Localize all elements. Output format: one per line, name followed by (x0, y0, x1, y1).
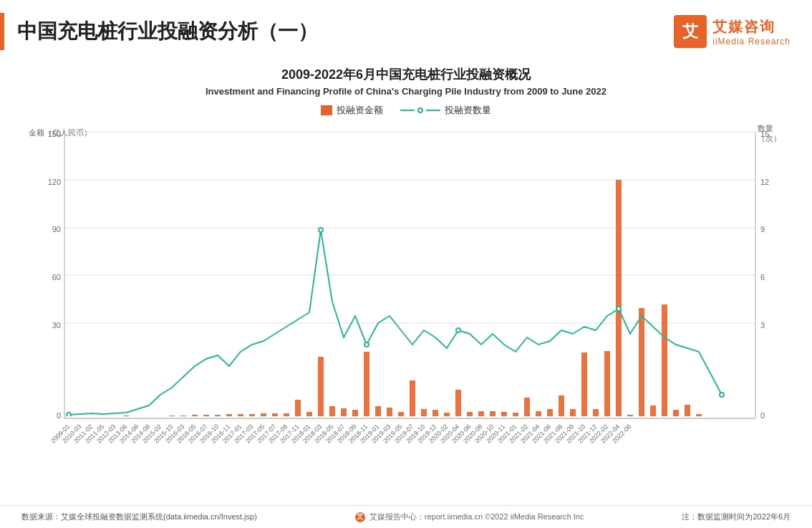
svg-rect-49 (364, 352, 369, 418)
main-chart: 150 120 90 60 30 0 金额（亿人民币） 15 12 9 6 3 … (21, 123, 791, 474)
svg-rect-36 (215, 415, 221, 418)
svg-rect-51 (387, 408, 392, 418)
legend-line-icon (400, 107, 440, 113)
svg-rect-67 (570, 409, 576, 418)
svg-rect-39 (249, 414, 255, 418)
svg-rect-44 (306, 412, 312, 418)
svg-rect-71 (616, 180, 622, 418)
footer-logo-icon: 艾 (355, 512, 365, 522)
svg-rect-28 (123, 416, 129, 418)
svg-rect-74 (650, 405, 656, 418)
svg-rect-35 (203, 415, 209, 418)
header-accent (0, 13, 4, 50)
svg-rect-34 (192, 415, 198, 418)
svg-rect-58 (467, 412, 473, 418)
legend-line-item: 投融资数量 (400, 104, 491, 117)
svg-rect-62 (513, 413, 518, 418)
svg-rect-32 (169, 416, 175, 418)
svg-point-80 (67, 413, 71, 417)
svg-rect-68 (581, 352, 587, 418)
svg-rect-50 (375, 406, 381, 418)
chart-legend: 投融资金额 投融资数量 (21, 104, 791, 117)
svg-text:120: 120 (48, 178, 61, 186)
svg-rect-26 (100, 416, 106, 418)
svg-rect-37 (226, 414, 232, 418)
svg-text:0: 0 (57, 411, 61, 420)
svg-rect-47 (341, 408, 347, 418)
svg-rect-78 (696, 414, 702, 418)
legend-bar-label: 投融资金额 (337, 104, 383, 117)
svg-rect-77 (685, 405, 690, 418)
svg-text:30: 30 (52, 321, 61, 330)
legend-line-dot (417, 107, 423, 113)
svg-rect-54 (421, 409, 427, 418)
svg-rect-56 (444, 413, 450, 418)
svg-rect-64 (536, 411, 541, 418)
chart-wrapper: 150 120 90 60 30 0 金额（亿人民币） 15 12 9 6 3 … (21, 123, 791, 474)
svg-rect-0 (64, 130, 752, 416)
page-container: 中国充电桩行业投融资分析（一） 艾 艾媒咨询 iiMedia Research … (0, 0, 812, 528)
svg-text:金额（亿人民币）: 金额（亿人民币） (29, 128, 92, 137)
svg-rect-63 (524, 398, 530, 418)
svg-rect-66 (559, 395, 564, 418)
svg-rect-41 (272, 413, 278, 418)
footer-center-text: 艾媒报告中心：report.iimedia.cn ©2022 iiMedia R… (369, 512, 584, 522)
svg-rect-75 (662, 304, 667, 418)
svg-text:0: 0 (760, 411, 765, 420)
svg-rect-65 (547, 409, 553, 418)
bar-chart (66, 180, 713, 418)
chart-section: 2009-2022年6月中国充电桩行业投融资概况 Investment and … (0, 59, 812, 474)
footer-source: 数据来源：艾媒全球投融资数据监测系统(data.iimedia.cn/Inves… (21, 512, 257, 522)
svg-rect-45 (318, 357, 324, 418)
svg-point-81 (319, 228, 323, 232)
logo-area: 艾 艾媒咨询 iiMedia Research (674, 15, 791, 48)
chart-title-en: Investment and Financing Profile of Chin… (21, 86, 791, 97)
header: 中国充电桩行业投融资分析（一） 艾 艾媒咨询 iiMedia Research (0, 0, 812, 59)
line-chart (69, 230, 722, 415)
svg-rect-73 (639, 308, 644, 418)
page-title: 中国充电桩行业投融资分析（一） (17, 18, 674, 45)
logo-icon-text: 艾 (682, 21, 698, 42)
logo-cn: 艾媒咨询 (712, 17, 791, 37)
svg-rect-25 (89, 416, 95, 418)
svg-text:6: 6 (760, 273, 765, 282)
svg-rect-43 (295, 400, 301, 418)
svg-rect-55 (432, 410, 438, 418)
svg-point-83 (456, 328, 460, 332)
svg-rect-69 (593, 409, 599, 418)
x-axis-labels: 2009-01 2010-03 2011-02 2011-05 2012-03 … (49, 423, 632, 444)
logo-icon: 艾 (674, 15, 707, 48)
svg-rect-53 (410, 380, 415, 418)
footer-note: 注：数据监测时间为2022年6月 (682, 512, 791, 522)
chart-title-cn: 2009-2022年6月中国充电桩行业投融资概况 (21, 66, 791, 83)
svg-text:9: 9 (760, 225, 765, 234)
svg-rect-40 (261, 413, 266, 418)
svg-rect-59 (478, 411, 484, 418)
svg-rect-48 (352, 410, 358, 418)
svg-rect-57 (455, 390, 461, 418)
svg-text:（次）: （次） (758, 134, 781, 143)
legend-bar-icon (321, 105, 332, 115)
svg-text:3: 3 (760, 321, 765, 330)
svg-point-82 (364, 342, 369, 347)
svg-text:12: 12 (760, 178, 769, 186)
svg-text:60: 60 (52, 273, 61, 282)
svg-rect-38 (238, 414, 243, 418)
legend-line-label: 投融资数量 (445, 104, 491, 117)
svg-point-84 (617, 307, 621, 311)
svg-rect-61 (501, 412, 507, 418)
svg-rect-70 (604, 351, 610, 418)
svg-text:数量: 数量 (758, 124, 773, 133)
legend-line-right (426, 110, 440, 111)
svg-rect-52 (398, 412, 404, 418)
logo-en: iiMedia Research (712, 37, 791, 47)
legend-bar-item: 投融资金额 (321, 104, 383, 117)
logo-text: 艾媒咨询 iiMedia Research (712, 17, 791, 47)
svg-rect-42 (284, 413, 289, 418)
svg-rect-33 (180, 416, 186, 418)
svg-point-85 (720, 393, 724, 397)
svg-rect-46 (329, 406, 335, 418)
svg-text:90: 90 (52, 225, 61, 234)
footer: 数据来源：艾媒全球投融资数据监测系统(data.iimedia.cn/Inves… (0, 505, 812, 528)
svg-rect-76 (673, 410, 679, 418)
